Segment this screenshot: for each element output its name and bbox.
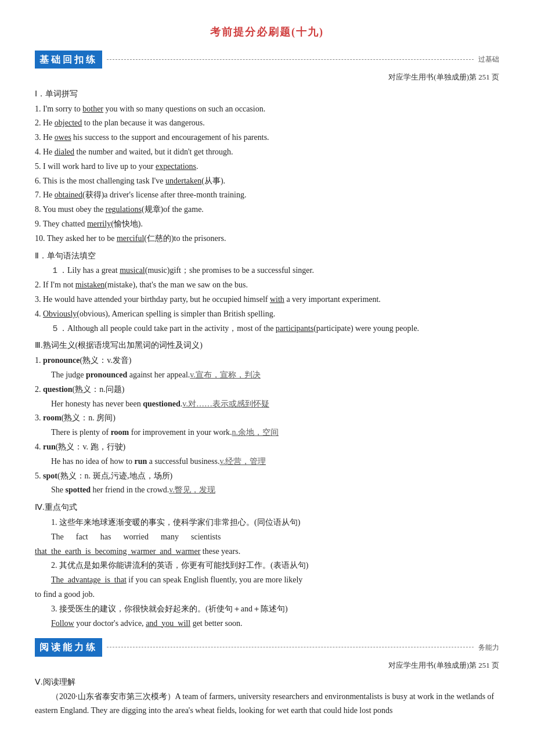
section1-divider (107, 59, 474, 60)
vocab-word: 5. spot(熟义：n. 斑点,污迹,地点，场所) (35, 469, 499, 483)
vocab-sentence: The judge pronounced against her appeal.… (51, 368, 499, 382)
cn-sentence: 3. 接受医生的建议，你很快就会好起来的。(祈使句＋and＋陈述句) (35, 602, 499, 616)
list-item: 3. He would have attended your birthday … (35, 293, 499, 307)
roman1-title: Ⅰ．单词拼写 (35, 87, 499, 101)
roman5-content: （2020·山东省泰安市第三次模考）A team of farmers, uni… (35, 690, 499, 718)
vocab-sentence: He has no idea of how to run a successfu… (51, 455, 499, 469)
list-item: 2. If I'm not mistaken(mistake), that's … (35, 278, 499, 292)
list-item: ５．Although all people could take part in… (35, 322, 499, 336)
sentence-item: 3. 接受医生的建议，你很快就会好起来的。(祈使句＋and＋陈述句) Follo… (35, 602, 499, 631)
roman4-content: 1. 这些年来地球逐渐变暖的事实，使科学家们非常担心。(同位语从句) The f… (35, 516, 499, 630)
section2-label: 阅读能力练 (35, 638, 102, 656)
section1-tag: 过基础 (478, 53, 499, 65)
vocab-item: 5. spot(熟义：n. 斑点,污迹,地点，场所) She spotted h… (35, 469, 499, 498)
roman1-content: 1. I'm sorry to bother you with so many … (35, 102, 499, 246)
list-item: 3. He owes his success to the support an… (35, 131, 499, 145)
page-container: 考前提分必刷题(十九) 基础回扣练 过基础 对应学生用书(单独成册)第 251 … (35, 23, 499, 718)
roman4-title: Ⅳ.重点句式 (35, 501, 499, 514)
section2-header: 阅读能力练 务能力 (35, 638, 499, 656)
list-item: 6. This is the most challenging task I'v… (35, 174, 499, 188)
en-sentence-cont: to find a good job. (35, 588, 499, 602)
list-item: 1. I'm sorry to bother you with so many … (35, 102, 499, 116)
roman3-title: Ⅲ.熟词生义(根据语境写出加黑词的词性及词义) (35, 339, 499, 352)
roman5-title: Ⅴ.阅读理解 (35, 675, 499, 689)
section1-header: 基础回扣练 过基础 (35, 51, 499, 69)
vocab-word: 4. run(熟义：v. 跑，行驶) (35, 440, 499, 454)
list-item: 8. You must obey the regulations(规章)of t… (35, 203, 499, 217)
section2-ref: 对应学生用书(单独成册)第 251 页 (35, 659, 499, 672)
en-sentence: Follow your doctor's advice, and you wil… (35, 617, 499, 631)
list-item: １．Lily has a great musical(music)gift；sh… (35, 264, 499, 278)
en-sentence: The advantage is that if you can speak E… (35, 573, 499, 587)
roman2-title: Ⅱ．单句语法填空 (35, 249, 499, 263)
vocab-sentence: There is plenty of room for improvement … (51, 426, 499, 440)
sentence-item: 1. 这些年来地球逐渐变暖的事实，使科学家们非常担心。(同位语从句) The f… (35, 516, 499, 558)
list-item: 9. They chatted merrily(愉快地). (35, 217, 499, 231)
list-item: 4. He dialed the number and waited, but … (35, 145, 499, 159)
main-title: 考前提分必刷题(十九) (35, 23, 499, 41)
roman3-content: 1. pronounce(熟义：v.发音) The judge pronounc… (35, 354, 499, 497)
vocab-item: 3. room(熟义：n. 房间) There is plenty of roo… (35, 411, 499, 440)
list-item: 4. Obviously(obvious), American spelling… (35, 307, 499, 321)
vocab-sentence: Her honesty has never been questioned.v.… (51, 397, 499, 411)
vocab-word: 3. room(熟义：n. 房间) (35, 411, 499, 425)
section2-divider (107, 647, 474, 647)
list-item: 2. He objected to the plan because it wa… (35, 116, 499, 130)
vocab-sentence: She spotted her friend in the crowd.v.瞥见… (51, 483, 499, 497)
roman2-content: １．Lily has a great musical(music)gift；sh… (35, 264, 499, 335)
sentence-item: 2. 其优点是如果你能讲流利的英语，你更有可能找到好工作。(表语从句) The … (35, 559, 499, 601)
cn-sentence: 2. 其优点是如果你能讲流利的英语，你更有可能找到好工作。(表语从句) (35, 559, 499, 573)
list-item: 10. They asked her to be merciful(仁慈的)to… (35, 232, 499, 246)
list-item: 5. I will work hard to live up to your e… (35, 160, 499, 174)
vocab-item: 4. run(熟义：v. 跑，行驶) He has no idea of how… (35, 440, 499, 469)
list-item: 7. He obtained(获得)a driver's license aft… (35, 188, 499, 202)
vocab-item: 1. pronounce(熟义：v.发音) The judge pronounc… (35, 354, 499, 382)
cn-sentence: 1. 这些年来地球逐渐变暖的事实，使科学家们非常担心。(同位语从句) (35, 516, 499, 530)
en-sentence-underline: that the earth is becoming warmer and wa… (35, 545, 499, 559)
section1-ref: 对应学生用书(单独成册)第 251 页 (35, 71, 499, 84)
vocab-word: 1. pronounce(熟义：v.发音) (35, 354, 499, 368)
vocab-word: 2. question(熟义：n.问题) (35, 383, 499, 397)
section1-label: 基础回扣练 (35, 51, 102, 69)
reading-paragraph: （2020·山东省泰安市第三次模考）A team of farmers, uni… (35, 690, 499, 718)
section2-tag: 务能力 (478, 642, 499, 653)
en-sentence: The fact has worried many scientists (35, 530, 499, 544)
vocab-item: 2. question(熟义：n.问题) Her honesty has nev… (35, 383, 499, 411)
